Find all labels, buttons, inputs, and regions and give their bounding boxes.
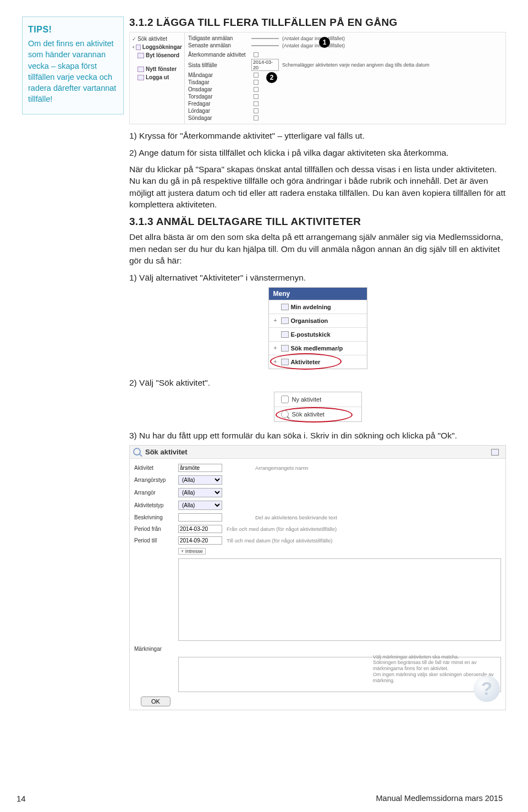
tip-text: Om det finns en aktivitet som händer var… xyxy=(28,38,118,105)
input-tidigaste[interactable] xyxy=(251,38,279,39)
label-arrangorstyp: Arrangörstyp xyxy=(134,477,178,483)
checkbox-lor[interactable] xyxy=(254,108,258,113)
menu-item-aktiviteter[interactable]: +Aktiviteter xyxy=(269,355,367,369)
input-period-fran[interactable] xyxy=(178,525,222,533)
screenshot-recurrence: ✓Sök aktivitet +Loggsökningar Byt löseno… xyxy=(129,32,506,124)
menu-item-organisation[interactable]: +Organisation xyxy=(269,314,367,327)
label-tidigaste: Tidigaste anmälan xyxy=(188,35,251,41)
submenu-ny-aktivitet[interactable]: Ny aktivitet xyxy=(274,392,361,407)
label-aterkommande: Återkommande aktivitet xyxy=(188,52,251,58)
label-tor: Torsdagar xyxy=(188,94,251,100)
heading-313: 3.1.3 ANMÄL DELTAGARE TILL AKTIVITETER xyxy=(129,216,506,228)
submenu-sok-aktivitet[interactable]: Sök aktivitet xyxy=(274,407,361,421)
note-tidigaste: (Antalet dagar innan tillfället) xyxy=(282,36,345,41)
activity-icon xyxy=(281,359,289,365)
label-son: Söndagar xyxy=(188,115,251,121)
select-aktivitetstyp[interactable]: (Alla) xyxy=(178,501,222,510)
note-sista: Schemalägger aktiviteten varje nedan ang… xyxy=(282,62,430,68)
checkbox-tis[interactable] xyxy=(254,80,258,85)
step-312-1: 1) Kryssa för "Återkommande aktivitet" –… xyxy=(129,130,506,141)
menu-header: Meny xyxy=(269,288,367,300)
document-icon xyxy=(281,396,289,403)
checkbox-son[interactable] xyxy=(254,116,258,120)
window-icon xyxy=(138,67,144,72)
menu-item-epost[interactable]: E-postutskick xyxy=(269,327,367,341)
listbox-markningar[interactable]: Välj märkningar aktiviteten ska matcha. … xyxy=(178,657,501,692)
page-number: 14 xyxy=(16,794,26,803)
search-icon xyxy=(281,410,289,418)
tip-box: TIPS! Om det finns en aktivitet som händ… xyxy=(22,17,124,114)
ok-button[interactable]: OK xyxy=(141,696,170,706)
expand-intresse[interactable]: + Intresse xyxy=(178,548,206,555)
input-senaste[interactable] xyxy=(251,45,279,46)
folder-icon xyxy=(281,317,289,324)
step-313-3: 3) Nu har du fått upp ett formulär du ka… xyxy=(129,430,506,441)
menu-byt-losenord: Byt lösenord xyxy=(146,52,179,58)
tip-title: TIPS! xyxy=(28,25,118,35)
note-senaste: (Antalet dagar innan tillfället) xyxy=(282,43,345,48)
badge-2: 2 xyxy=(266,72,277,83)
label-beskrivning: Beskrivning xyxy=(134,514,178,520)
hint-beskrivning: Del av aktivitetens beskrivande text xyxy=(255,514,337,520)
label-ons: Onsdagar xyxy=(188,86,251,92)
menu-nytt-fonster: Nytt fönster xyxy=(146,66,177,72)
label-senaste: Senaste anmälan xyxy=(188,42,251,48)
label-fre: Fredagar xyxy=(188,101,251,107)
label-sista: Sista tillfälle xyxy=(188,62,251,68)
checkbox-man[interactable] xyxy=(254,73,258,78)
select-arrangorstyp[interactable]: (Alla) xyxy=(178,475,222,485)
intro-313: Det allra bästa är om den som ska delta … xyxy=(129,231,506,266)
house-icon xyxy=(281,304,289,310)
screenshot-search-form: Sök aktivitet Aktivitet Arrangemangets n… xyxy=(129,445,506,710)
step-313-2: 2) Välj "Sök aktivitet". xyxy=(129,377,506,388)
menu-loggsokningar: Loggsökningar xyxy=(142,44,182,50)
label-arrangor: Arrangör xyxy=(134,490,178,496)
heading-312: 3.1.2 LÄGGA TILL FLERA TILLFÄLLEN PÅ EN … xyxy=(129,17,506,29)
hint-aktivitet: Arrangemangets namn xyxy=(255,465,309,471)
person-icon xyxy=(281,345,289,352)
mail-icon xyxy=(281,331,289,338)
search-icon xyxy=(133,448,141,456)
key-icon xyxy=(138,53,144,58)
menu-logga-ut: Logga ut xyxy=(146,74,169,80)
screenshot-menu: Meny Min avdelning +Organisation E-postu… xyxy=(268,287,367,369)
label-markningar: Märkningar xyxy=(134,646,178,652)
step-313-1: 1) Välj alternativet "Aktiviteter" i vän… xyxy=(129,272,506,283)
menu-item-sok-medlemmar[interactable]: +Sök medlemmar/p xyxy=(269,341,367,355)
help-icon[interactable]: ? xyxy=(474,676,500,702)
label-man: Måndagar xyxy=(188,72,251,78)
logout-icon xyxy=(138,75,144,80)
checkbox-tor[interactable] xyxy=(254,94,258,99)
menu-item-min-avdelning[interactable]: Min avdelning xyxy=(269,300,367,314)
hint-period-till: Till och med datum (för något aktivitets… xyxy=(227,537,332,544)
step-312-2: 2) Ange datum för sista tillfället och k… xyxy=(129,147,506,158)
label-tis: Tisdagar xyxy=(188,79,251,85)
folder-icon xyxy=(136,45,141,50)
label-lor: Lördagar xyxy=(188,108,251,114)
hint-period-fran: Från och med datum (för något aktivitets… xyxy=(227,526,337,532)
label-aktivitetstyp: Aktivitetstyp xyxy=(134,502,178,508)
checkbox-ons[interactable] xyxy=(254,87,258,92)
footer-caption: Manual Medlemssidorna mars 2015 xyxy=(376,794,503,803)
checkbox-aterkommande[interactable] xyxy=(254,52,258,57)
print-icon[interactable] xyxy=(491,449,499,456)
listbox-intresse[interactable] xyxy=(178,558,501,641)
label-period-till: Period till xyxy=(134,537,178,544)
page-footer: 14 Manual Medlemssidorna mars 2015 xyxy=(0,794,528,803)
input-period-till[interactable] xyxy=(178,536,222,545)
menu-sok-aktivitet: Sök aktivitet xyxy=(138,36,167,42)
select-arrangor[interactable]: (Alla) xyxy=(178,488,222,497)
input-beskrivning[interactable] xyxy=(178,513,222,522)
input-sista[interactable]: 2014-03-20 xyxy=(251,59,279,71)
badge-1: 1 xyxy=(319,37,330,48)
label-aktivitet: Aktivitet xyxy=(134,465,178,471)
para-312: När du klickar på "Spara" skapas önskat … xyxy=(129,163,506,211)
input-aktivitet[interactable] xyxy=(178,464,222,472)
label-period-fran: Period från xyxy=(134,526,178,532)
screenshot-submenu: Ny aktivitet Sök aktivitet xyxy=(274,392,362,422)
form-title: Sök aktivitet xyxy=(145,448,188,456)
checkbox-fre[interactable] xyxy=(254,101,258,106)
